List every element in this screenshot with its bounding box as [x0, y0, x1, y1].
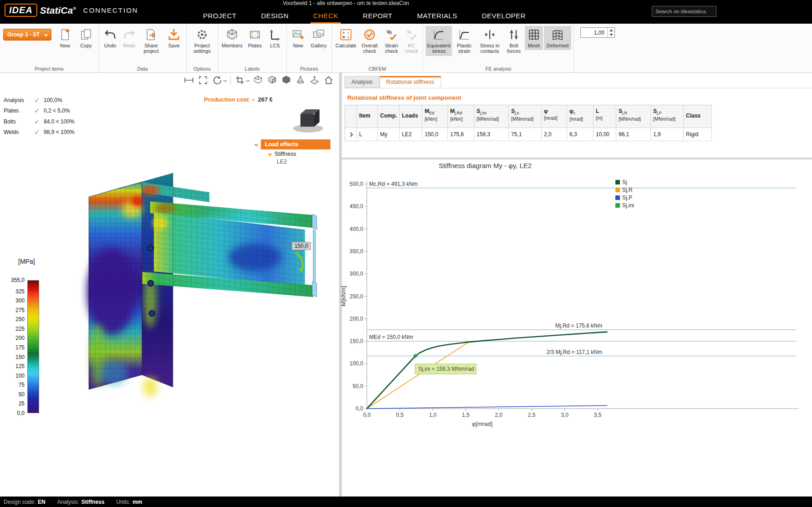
chevron-down-icon: [254, 143, 258, 146]
status-value: 100,0%: [44, 97, 62, 103]
table-cell: L: [357, 128, 378, 141]
status-bar-label: Design code:: [4, 499, 36, 505]
tree-item-le2[interactable]: LE2: [277, 159, 330, 165]
svg-text:500,0: 500,0: [350, 181, 363, 187]
column-header: MEd[kNm]: [422, 105, 448, 128]
measure-icon[interactable]: [184, 75, 194, 85]
group-label: Labels: [218, 66, 286, 72]
table-row[interactable]: LMyLE2150,0175,6159,375,12,06,310,0096,1…: [345, 128, 712, 141]
home-view-icon[interactable]: [324, 75, 334, 85]
column-header: Sj,R[MNm/rad]: [616, 105, 651, 128]
tab-rotational-stiffness[interactable]: Rotational stiffness: [380, 76, 441, 88]
deformed-button[interactable]: Deformed: [544, 26, 571, 50]
share-icon: [144, 28, 158, 41]
viewport-toolbar: [184, 75, 334, 85]
model-viewport[interactable]: Analysis✓100,0%Plates✓0,2 < 5,0%Bolts✓84…: [0, 73, 339, 497]
plate-icon: [248, 28, 262, 41]
view-cube[interactable]: [288, 104, 329, 134]
tree-child-label: Stiffness: [274, 151, 296, 157]
rc-check-button[interactable]: % RC check: [402, 26, 421, 56]
rotate-view-icon[interactable]: [212, 75, 222, 85]
ribbon-group-cbfem: +-×÷ Calculate Overall check % Strain ch…: [332, 24, 423, 72]
cone-view-icon[interactable]: [295, 75, 305, 85]
menu-report[interactable]: REPORT: [360, 8, 395, 24]
item-selector-dropdown[interactable]: Groep 3 - ST: [3, 29, 51, 41]
search-input[interactable]: [652, 6, 716, 17]
svg-text:Mj,Rd = 175,6 kNm: Mj,Rd = 175,6 kNm: [555, 323, 602, 329]
new-picture-button[interactable]: New: [289, 26, 307, 50]
clip-view-icon[interactable]: [235, 75, 245, 85]
share-project-button[interactable]: Share project: [139, 26, 163, 56]
undo-button[interactable]: Undo: [101, 26, 119, 50]
menu-materials[interactable]: MATERIALS: [414, 8, 460, 24]
row-expander[interactable]: [345, 128, 357, 141]
status-row: Analysis✓100,0%: [4, 95, 90, 106]
calculate-button[interactable]: +-×÷ Calculate: [334, 26, 358, 50]
tree-item-stiffness[interactable]: Stiffness: [269, 151, 330, 157]
stiffness-diagram: 0,050,0100,0150,0200,0250,0300,0350,0400…: [339, 159, 812, 497]
new-document-icon: [58, 28, 72, 41]
chevron-down-icon: [44, 33, 48, 36]
table-cell: 96,1: [616, 128, 651, 141]
check-ok-icon: ✓: [30, 128, 44, 136]
chevron-down-icon[interactable]: [223, 78, 227, 82]
project-settings-button[interactable]: Project settings: [189, 26, 215, 56]
scale-tick-label: 50: [4, 391, 25, 398]
status-label: Plates: [4, 108, 30, 114]
menu-project[interactable]: PROJECT: [200, 8, 239, 24]
lcs-button[interactable]: LCS: [266, 26, 284, 50]
scale-tick-label: 25: [4, 400, 25, 407]
scale-spinner[interactable]: 1,00: [580, 27, 615, 38]
spinner-up-icon[interactable]: [608, 28, 614, 33]
ribbon-group-pictures: New Gallery Pictures: [287, 24, 332, 72]
scale-gradient-bar: [27, 280, 39, 413]
table-cell: 1,9: [651, 128, 684, 141]
cube-wire-icon[interactable]: [253, 75, 263, 85]
overall-check-button[interactable]: Overall check: [359, 26, 381, 56]
tabs-divider: [342, 88, 812, 88]
menu-design[interactable]: DESIGN: [259, 8, 292, 24]
members-button[interactable]: Members: [220, 26, 244, 50]
group-label: Project items: [0, 66, 98, 72]
plates-button[interactable]: Plates: [245, 26, 265, 50]
results-tabs: Analysis Rotational stiffness: [345, 76, 441, 88]
scale-tick-label: 355,0: [4, 277, 25, 283]
strain-check-button[interactable]: % Strain check: [381, 26, 401, 56]
cube-solid-icon[interactable]: [281, 75, 291, 85]
workplane-icon[interactable]: [310, 75, 320, 85]
table-cell: 150,0: [422, 128, 448, 141]
stiffness-table: ItemComp.LoadsMEd[kNm]Mj,Rd[kNm]Sj,ini[M…: [345, 105, 712, 141]
spinner-down-icon[interactable]: [608, 33, 614, 38]
app-logo: IDEA StatiCa® CONNECTION: [5, 4, 138, 17]
menu-check[interactable]: CHECK: [310, 8, 341, 24]
axes-icon: [268, 28, 282, 41]
tab-analysis[interactable]: Analysis: [345, 76, 380, 88]
svg-text:250,0: 250,0: [350, 293, 363, 300]
tree-item-load-effects[interactable]: Load effects: [255, 139, 330, 149]
svg-text:Sj,R: Sj,R: [622, 187, 633, 193]
zoom-extents-icon[interactable]: [198, 75, 208, 85]
bolt-forces-button[interactable]: Bolt forces: [504, 26, 524, 56]
chevron-down-icon[interactable]: [246, 78, 249, 82]
redo-button[interactable]: Redo: [120, 26, 138, 50]
equivalent-stress-button[interactable]: Equivalent stress: [426, 26, 452, 56]
copy-button[interactable]: Copy: [76, 26, 96, 50]
stress-in-contacts-button[interactable]: Stress in contacts: [477, 26, 503, 56]
results-heading: Rotational stiffness of joint component: [347, 94, 462, 101]
main-menu: PROJECTDESIGNCHECKREPORTMATERIALSDEVELOP…: [200, 8, 548, 24]
cube-shaded-icon[interactable]: [267, 75, 277, 85]
svg-text:0,0: 0,0: [363, 412, 371, 418]
new-item-button[interactable]: New: [55, 26, 75, 50]
table-cell: My: [378, 128, 400, 141]
mesh-button[interactable]: Mesh: [525, 26, 543, 50]
save-button[interactable]: Save: [164, 26, 184, 50]
table-header-row: ItemComp.LoadsMEd[kNm]Mj,Rd[kNm]Sj,ini[M…: [345, 105, 712, 128]
production-cost-value: 267 €: [258, 96, 273, 103]
menu-developer[interactable]: DEVELOPER: [479, 8, 528, 24]
svg-text:3,0: 3,0: [561, 412, 568, 418]
plastic-strain-button[interactable]: Plastic strain: [453, 26, 476, 56]
status-bar-value: Stiffness: [81, 499, 105, 505]
column-header: L[m]: [594, 105, 616, 128]
scale-tick-label: 150: [4, 354, 25, 360]
gallery-button[interactable]: Gallery: [308, 26, 329, 50]
